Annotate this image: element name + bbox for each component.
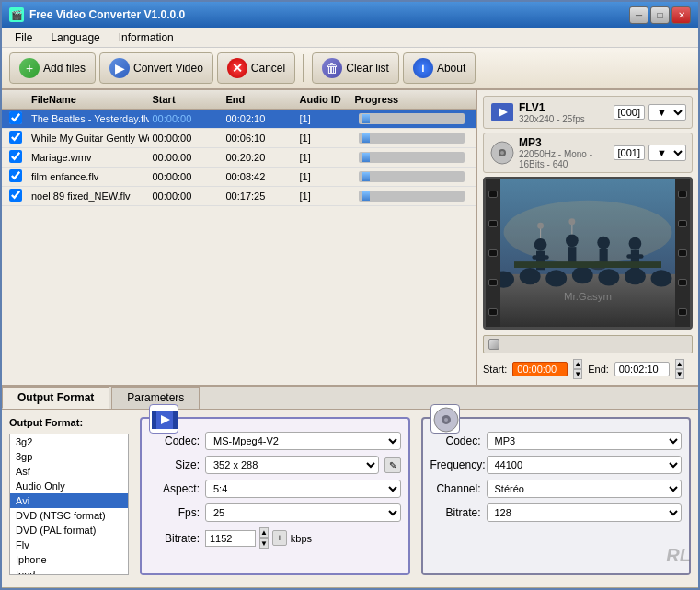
size-edit-button[interactable]: ✎ — [384, 457, 401, 473]
table-row[interactable]: While My Guitar Gently Weeps.... 00:00:0… — [2, 129, 476, 148]
bitrate-plus-button[interactable]: + — [272, 530, 287, 546]
film-hole — [678, 308, 687, 316]
add-files-button[interactable]: + Add files — [9, 52, 96, 84]
film-hole — [488, 249, 498, 257]
menu-bar: File Language Information — [2, 28, 698, 48]
svg-point-11 — [572, 267, 593, 283]
audio-format-icon — [489, 140, 515, 166]
convert-video-button[interactable]: ▶ Convert Video — [99, 52, 213, 84]
film-hole — [488, 191, 498, 198]
format-item-ipod[interactable]: Ipod — [10, 567, 128, 575]
fps-select[interactable]: 25 — [205, 503, 401, 522]
row-audioid: [1] — [296, 151, 351, 164]
film-hole — [488, 220, 498, 227]
row-checkbox[interactable] — [9, 111, 22, 124]
audio-settings: Codec: MP3 Frequency: 44100 Channel: Sté… — [421, 417, 692, 575]
table-row[interactable]: Mariage.wmv 00:00:00 00:20:20 [1] — [2, 148, 476, 168]
row-filename: Mariage.wmv — [28, 151, 149, 164]
svg-rect-25 — [626, 254, 643, 259]
format-item-dvd-ntsc[interactable]: DVD (NTSC format) — [10, 508, 128, 523]
row-end: 00:08:42 — [223, 170, 296, 183]
about-icon: i — [413, 58, 433, 78]
menu-language[interactable]: Language — [41, 29, 109, 46]
svg-point-20 — [597, 237, 610, 249]
film-hole — [488, 308, 498, 316]
row-checkbox[interactable] — [9, 189, 22, 202]
svg-point-18 — [566, 234, 579, 247]
start-time-up[interactable]: ▲ — [573, 359, 582, 369]
format-item-iphone[interactable]: Iphone — [10, 552, 128, 567]
svg-rect-33 — [152, 411, 156, 429]
row-filename: The Beatles - Yesterday.flv — [28, 112, 149, 125]
video-stream-select[interactable]: ▼ — [648, 104, 686, 121]
cancel-button[interactable]: ✕ Cancel — [217, 52, 295, 84]
svg-point-30 — [568, 218, 575, 225]
format-item-audio-only[interactable]: Audio Only — [10, 479, 128, 493]
bitrate-down[interactable]: ▼ — [259, 538, 269, 549]
format-list[interactable]: 3g2 3gp Asf Audio Only Avi DVD (NTSC for… — [9, 434, 129, 575]
bitrate-up[interactable]: ▲ — [259, 527, 269, 538]
start-time-input[interactable] — [512, 362, 568, 376]
row-start: 00:00:00 — [149, 170, 223, 183]
svg-point-14 — [651, 270, 672, 286]
file-list-header: FileName Start End Audio ID Progress — [2, 90, 476, 110]
channel-select[interactable]: Stéréo — [487, 480, 683, 498]
svg-point-4 — [500, 151, 504, 155]
format-list-container: Output Format: 3g2 3gp Asf Audio Only Av… — [9, 417, 129, 575]
row-filename: film enfance.flv — [28, 170, 149, 183]
maximize-button[interactable]: □ — [650, 6, 670, 24]
tab-output-format[interactable]: Output Format — [2, 387, 109, 409]
cancel-icon: ✕ — [227, 58, 247, 78]
row-progress — [351, 110, 473, 127]
svg-point-12 — [598, 269, 619, 285]
audio-format-badge: [001] — [614, 145, 645, 160]
col-end: End — [223, 92, 296, 107]
close-button[interactable]: ✕ — [671, 6, 691, 24]
format-item-flv[interactable]: Flv — [10, 538, 128, 552]
svg-rect-34 — [173, 411, 178, 429]
timeline[interactable] — [483, 335, 693, 353]
bitrate-label: Bitrate: — [149, 532, 200, 545]
about-button[interactable]: i About — [403, 52, 476, 84]
output-format-panel: Output Format: 3g2 3gp Asf Audio Only Av… — [2, 410, 698, 583]
format-item-3gp[interactable]: 3gp — [10, 449, 128, 464]
svg-rect-26 — [514, 261, 661, 268]
table-row[interactable]: noel 89 fixed_NEW.flv 00:00:00 00:17:25 … — [2, 187, 476, 206]
start-time-down[interactable]: ▼ — [573, 369, 582, 379]
size-select[interactable]: 352 x 288 — [205, 456, 379, 474]
end-time-up[interactable]: ▲ — [675, 359, 684, 369]
svg-point-13 — [625, 268, 646, 284]
timeline-handle[interactable] — [488, 339, 499, 350]
format-item-dvd-pal[interactable]: DVD (PAL format) — [10, 523, 128, 538]
size-row: Size: 352 x 288 ✎ — [149, 456, 401, 474]
minimize-button[interactable]: ─ — [629, 6, 648, 24]
audio-stream-select[interactable]: ▼ — [648, 145, 686, 161]
bitrate-input[interactable] — [205, 530, 256, 547]
add-files-icon: + — [19, 58, 40, 78]
codec-select[interactable]: MS-Mpeg4-V2 — [205, 432, 401, 450]
end-time-input[interactable] — [614, 362, 670, 376]
format-item-asf[interactable]: Asf — [10, 464, 128, 479]
clear-list-button[interactable]: 🗑 Clear list — [312, 52, 399, 84]
col-audioid: Audio ID — [296, 92, 351, 107]
row-audioid: [1] — [296, 170, 351, 183]
format-item-avi[interactable]: Avi — [10, 493, 128, 508]
format-item-3g2[interactable]: 3g2 — [10, 434, 128, 449]
row-checkbox[interactable] — [9, 150, 22, 163]
end-time-down[interactable]: ▼ — [675, 369, 684, 379]
aspect-label: Aspect: — [149, 482, 200, 495]
row-start: 00:00:00 — [149, 132, 223, 145]
row-checkbox[interactable] — [9, 131, 22, 144]
row-progress — [351, 168, 473, 185]
audio-bitrate-select[interactable]: 128 — [487, 503, 683, 522]
table-row[interactable]: film enfance.flv 00:00:00 00:08:42 [1] — [2, 168, 476, 187]
aspect-select[interactable]: 5:4 — [205, 480, 401, 498]
audio-codec-select[interactable]: MP3 — [487, 432, 683, 450]
frequency-select[interactable]: 44100 — [487, 456, 683, 474]
svg-text:Mr.Gasym: Mr.Gasym — [564, 291, 612, 302]
row-checkbox[interactable] — [9, 169, 22, 182]
table-row[interactable]: The Beatles - Yesterday.flv 00:00:00 00:… — [2, 110, 476, 129]
row-progress — [351, 130, 473, 146]
menu-information[interactable]: Information — [109, 29, 183, 46]
menu-file[interactable]: File — [6, 29, 41, 46]
